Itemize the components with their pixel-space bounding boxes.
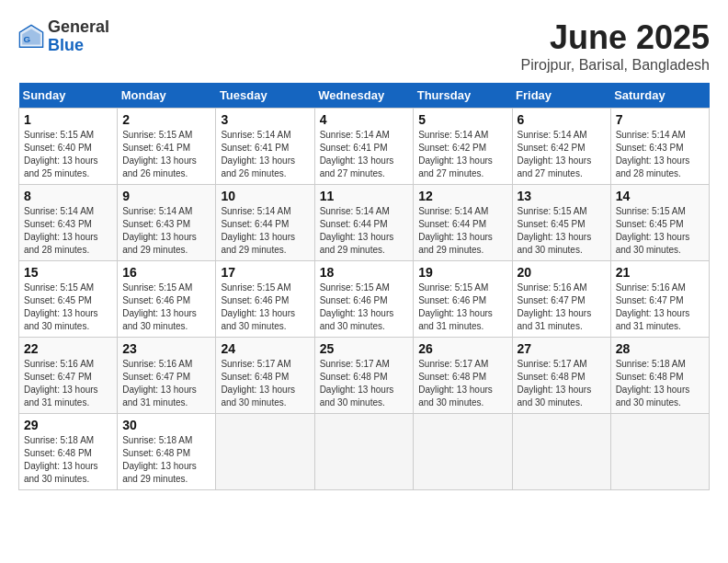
day-number: 24 [221,341,309,356]
calendar-day-cell: 21Sunrise: 5:16 AMSunset: 6:47 PMDayligh… [610,261,709,338]
day-number: 21 [616,265,704,280]
logo-icon: G [18,24,44,50]
weekday-header-wednesday: Wednesday [314,83,414,109]
calendar-day-cell: 11Sunrise: 5:14 AMSunset: 6:44 PMDayligh… [314,185,414,261]
calendar-day-cell: 5Sunrise: 5:14 AMSunset: 6:42 PMDaylight… [414,109,512,185]
day-detail: Sunrise: 5:14 AMSunset: 6:43 PMDaylight:… [122,205,210,257]
day-number: 29 [24,418,112,432]
calendar-day-cell: 18Sunrise: 5:15 AMSunset: 6:46 PMDayligh… [314,261,414,338]
page-header: G General Blue June 2025 Pirojpur, Baris… [18,18,710,74]
day-detail: Sunrise: 5:15 AMSunset: 6:41 PMDaylight:… [122,129,210,180]
day-detail: Sunrise: 5:17 AMSunset: 6:48 PMDaylight:… [518,358,606,409]
day-detail: Sunrise: 5:18 AMSunset: 6:48 PMDaylight:… [24,434,112,486]
day-detail: Sunrise: 5:15 AMSunset: 6:45 PMDaylight:… [518,205,606,257]
day-number: 1 [24,112,112,127]
logo-blue: Blue [48,36,84,54]
day-detail: Sunrise: 5:18 AMSunset: 6:48 PMDaylight:… [122,434,210,486]
day-number: 4 [320,112,409,127]
calendar-day-cell: 26Sunrise: 5:17 AMSunset: 6:48 PMDayligh… [414,338,512,414]
day-detail: Sunrise: 5:15 AMSunset: 6:45 PMDaylight:… [616,205,704,257]
calendar-day-cell: 14Sunrise: 5:15 AMSunset: 6:45 PMDayligh… [610,185,709,261]
calendar-week-row: 29Sunrise: 5:18 AMSunset: 6:48 PMDayligh… [19,414,710,490]
calendar-day-cell: 9Sunrise: 5:14 AMSunset: 6:43 PMDaylight… [118,185,216,261]
svg-text:G: G [24,33,31,43]
day-detail: Sunrise: 5:15 AMSunset: 6:46 PMDaylight:… [122,282,210,333]
logo-general: General [48,17,109,36]
calendar-week-row: 22Sunrise: 5:16 AMSunset: 6:47 PMDayligh… [19,338,710,414]
calendar-day-cell: 23Sunrise: 5:16 AMSunset: 6:47 PMDayligh… [118,338,216,414]
weekday-header-row: SundayMondayTuesdayWednesdayThursdayFrid… [19,83,710,109]
day-detail: Sunrise: 5:17 AMSunset: 6:48 PMDaylight:… [418,358,506,409]
calendar-day-cell: 12Sunrise: 5:14 AMSunset: 6:44 PMDayligh… [414,185,512,261]
calendar-day-cell: 25Sunrise: 5:17 AMSunset: 6:48 PMDayligh… [314,338,414,414]
calendar-day-cell: 16Sunrise: 5:15 AMSunset: 6:46 PMDayligh… [118,261,216,338]
day-number: 26 [418,341,506,356]
empty-cell [512,414,610,490]
logo: G General Blue [18,18,109,55]
day-number: 30 [122,418,210,432]
empty-cell [610,414,709,490]
weekday-header-monday: Monday [118,83,216,109]
day-number: 2 [122,112,210,127]
day-number: 9 [122,189,210,203]
day-number: 18 [320,265,409,280]
day-number: 17 [221,265,309,280]
calendar-day-cell: 30Sunrise: 5:18 AMSunset: 6:48 PMDayligh… [118,414,216,490]
calendar-day-cell: 22Sunrise: 5:16 AMSunset: 6:47 PMDayligh… [19,338,118,414]
day-number: 10 [221,189,309,203]
calendar-day-cell: 13Sunrise: 5:15 AMSunset: 6:45 PMDayligh… [512,185,610,261]
day-detail: Sunrise: 5:14 AMSunset: 6:44 PMDaylight:… [418,205,506,257]
day-detail: Sunrise: 5:14 AMSunset: 6:44 PMDaylight:… [320,205,409,257]
empty-cell [414,414,512,490]
calendar-week-row: 8Sunrise: 5:14 AMSunset: 6:43 PMDaylight… [19,185,710,261]
weekday-header-thursday: Thursday [414,83,512,109]
calendar-day-cell: 19Sunrise: 5:15 AMSunset: 6:46 PMDayligh… [414,261,512,338]
day-detail: Sunrise: 5:16 AMSunset: 6:47 PMDaylight:… [518,282,606,333]
calendar-day-cell: 17Sunrise: 5:15 AMSunset: 6:46 PMDayligh… [216,261,314,338]
day-detail: Sunrise: 5:16 AMSunset: 6:47 PMDaylight:… [616,282,704,333]
calendar-day-cell: 7Sunrise: 5:14 AMSunset: 6:43 PMDaylight… [610,109,709,185]
day-number: 3 [221,112,309,127]
weekday-header-sunday: Sunday [19,83,118,109]
day-number: 8 [24,189,112,203]
calendar-week-row: 1Sunrise: 5:15 AMSunset: 6:40 PMDaylight… [19,109,710,185]
calendar-day-cell: 4Sunrise: 5:14 AMSunset: 6:41 PMDaylight… [314,109,414,185]
day-number: 12 [418,189,506,203]
day-detail: Sunrise: 5:14 AMSunset: 6:43 PMDaylight:… [24,205,112,257]
day-number: 16 [122,265,210,280]
title-section: June 2025 Pirojpur, Barisal, Bangladesh [521,18,710,74]
day-detail: Sunrise: 5:15 AMSunset: 6:45 PMDaylight:… [24,282,112,333]
day-number: 25 [320,341,409,356]
day-detail: Sunrise: 5:17 AMSunset: 6:48 PMDaylight:… [221,358,309,409]
day-detail: Sunrise: 5:14 AMSunset: 6:43 PMDaylight:… [616,129,704,180]
weekday-header-saturday: Saturday [610,83,709,109]
day-detail: Sunrise: 5:14 AMSunset: 6:41 PMDaylight:… [221,129,309,180]
day-number: 19 [418,265,506,280]
calendar-day-cell: 28Sunrise: 5:18 AMSunset: 6:48 PMDayligh… [610,338,709,414]
calendar-day-cell: 1Sunrise: 5:15 AMSunset: 6:40 PMDaylight… [19,109,118,185]
day-detail: Sunrise: 5:16 AMSunset: 6:47 PMDaylight:… [122,358,210,409]
calendar-day-cell: 6Sunrise: 5:14 AMSunset: 6:42 PMDaylight… [512,109,610,185]
day-detail: Sunrise: 5:14 AMSunset: 6:42 PMDaylight:… [418,129,506,180]
day-number: 11 [320,189,409,203]
calendar-day-cell: 8Sunrise: 5:14 AMSunset: 6:43 PMDaylight… [19,185,118,261]
day-detail: Sunrise: 5:14 AMSunset: 6:42 PMDaylight:… [518,129,606,180]
day-number: 6 [518,112,606,127]
day-number: 5 [418,112,506,127]
calendar-day-cell: 27Sunrise: 5:17 AMSunset: 6:48 PMDayligh… [512,338,610,414]
day-detail: Sunrise: 5:18 AMSunset: 6:48 PMDaylight:… [616,358,704,409]
day-number: 14 [616,189,704,203]
weekday-header-tuesday: Tuesday [216,83,314,109]
day-number: 22 [24,341,112,356]
day-detail: Sunrise: 5:16 AMSunset: 6:47 PMDaylight:… [24,358,112,409]
day-number: 15 [24,265,112,280]
calendar-table: SundayMondayTuesdayWednesdayThursdayFrid… [18,83,710,490]
day-detail: Sunrise: 5:15 AMSunset: 6:40 PMDaylight:… [24,129,112,180]
day-detail: Sunrise: 5:17 AMSunset: 6:48 PMDaylight:… [320,358,409,409]
day-number: 13 [518,189,606,203]
calendar-day-cell: 15Sunrise: 5:15 AMSunset: 6:45 PMDayligh… [19,261,118,338]
calendar-day-cell: 20Sunrise: 5:16 AMSunset: 6:47 PMDayligh… [512,261,610,338]
day-detail: Sunrise: 5:15 AMSunset: 6:46 PMDaylight:… [418,282,506,333]
day-number: 28 [616,341,704,356]
day-number: 7 [616,112,704,127]
